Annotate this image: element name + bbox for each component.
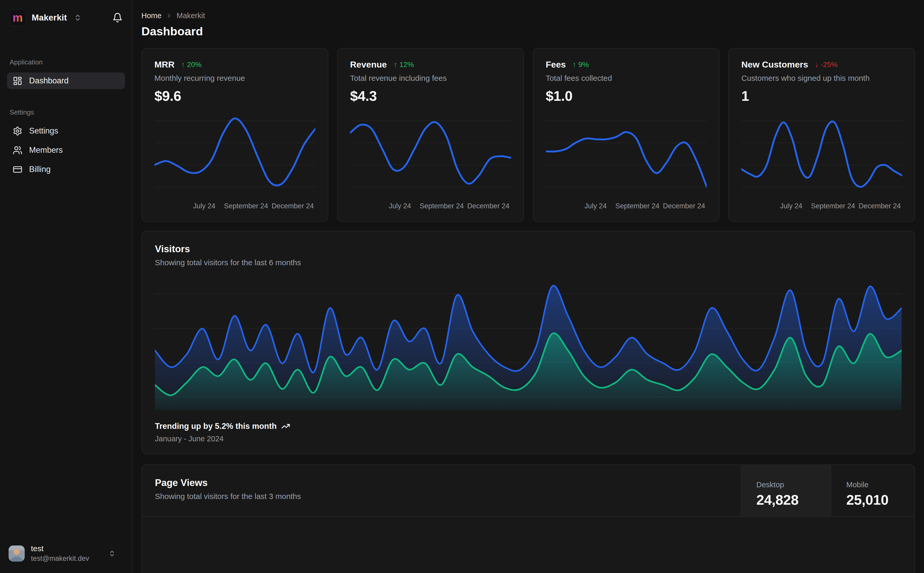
- visitors-area-chart: [155, 278, 902, 410]
- axis-label: September 24: [420, 202, 464, 210]
- stat-card-new-customers: New Customers ↓ -25% Customers who signe…: [728, 48, 915, 222]
- visitors-subtitle: Showing total visitors for the last 6 mo…: [155, 258, 902, 267]
- page-views-title: Page Views: [155, 478, 728, 488]
- arrow-up-icon: ↑: [181, 61, 185, 69]
- sidebar: m Makerkit Application Dashboard Setting…: [0, 0, 133, 573]
- sidebar-item-settings[interactable]: Settings: [7, 123, 125, 139]
- logo-letter: m: [13, 12, 23, 23]
- stat-description: Monthly recurring revenue: [154, 74, 315, 83]
- user-name: test: [31, 544, 89, 553]
- axis-label: December 24: [858, 202, 900, 210]
- sidebar-item-dashboard[interactable]: Dashboard: [7, 72, 125, 89]
- stat-description: Total revenue including fees: [350, 74, 511, 83]
- x-axis: July 24 September 24 December 24: [350, 199, 511, 213]
- fees-sparkline-chart: [546, 111, 707, 195]
- x-axis: July 24 September 24 December 24: [741, 199, 902, 213]
- stat-change-value: 12%: [399, 61, 414, 69]
- mobile-value: 25,010: [846, 492, 915, 508]
- axis-label: September 24: [811, 202, 855, 210]
- toggle-mobile[interactable]: Mobile 25,010: [831, 465, 915, 517]
- stat-value: 1: [741, 88, 902, 104]
- app-window: m Makerkit Application Dashboard Setting…: [0, 0, 924, 573]
- sidebar-item-billing[interactable]: Billing: [7, 161, 125, 178]
- bell-icon: [112, 13, 123, 23]
- toggle-desktop[interactable]: Desktop 24,828: [741, 465, 831, 517]
- credit-card-icon: [13, 165, 22, 174]
- sidebar-item-label: Dashboard: [29, 76, 69, 85]
- stat-description: Total fees collected: [546, 74, 707, 83]
- user-menu[interactable]: test test@makerkit.dev: [7, 542, 125, 565]
- axis-label: September 24: [615, 202, 659, 210]
- stat-cards-row: MRR ↑ 20% Monthly recurring revenue $9.6…: [141, 48, 915, 222]
- desktop-value: 24,828: [756, 492, 831, 508]
- page-views-subtitle: Showing total visitors for the last 3 mo…: [155, 492, 728, 501]
- mobile-label: Mobile: [846, 481, 915, 489]
- user-email: test@makerkit.dev: [31, 554, 89, 563]
- stat-title: New Customers: [741, 59, 808, 70]
- trending-text: Trending up by 5.2% this month: [155, 421, 276, 431]
- page-title: Dashboard: [141, 25, 915, 38]
- mrr-sparkline-chart: [154, 111, 315, 195]
- breadcrumb: Home Makerkit: [141, 11, 915, 20]
- stat-description: Customers who signed up this month: [741, 74, 902, 83]
- stat-change-badge: ↑ 12%: [394, 61, 414, 69]
- brand-name: Makerkit: [32, 13, 67, 23]
- axis-label: July 24: [585, 202, 607, 210]
- arrow-down-icon: ↓: [815, 61, 819, 69]
- visitors-card: Visitors Showing total visitors for the …: [141, 231, 915, 454]
- trending-up-icon: [281, 422, 290, 431]
- stat-title: MRR: [154, 59, 174, 70]
- x-axis: July 24 September 24 December 24: [154, 199, 315, 213]
- breadcrumb-home-link[interactable]: Home: [141, 11, 162, 20]
- chevrons-up-down-icon: [74, 14, 82, 22]
- page-views-header: Page Views Showing total visitors for th…: [142, 465, 915, 517]
- stat-value: $1.0: [546, 88, 707, 104]
- arrow-up-icon: ↑: [573, 61, 576, 69]
- stat-change-badge: ↑ 20%: [181, 61, 201, 69]
- sidebar-item-label: Members: [29, 146, 63, 155]
- revenue-sparkline-chart: [350, 111, 511, 195]
- axis-label: December 24: [663, 202, 705, 210]
- stat-change-value: 20%: [187, 61, 201, 69]
- axis-label: July 24: [780, 202, 802, 210]
- sidebar-spacer: [7, 180, 125, 542]
- axis-label: July 24: [193, 202, 215, 210]
- workspace-selector[interactable]: m Makerkit: [7, 8, 125, 28]
- sidebar-item-label: Settings: [29, 126, 58, 136]
- axis-label: July 24: [389, 202, 411, 210]
- stat-change-badge: ↑ 9%: [573, 61, 589, 69]
- stat-change-badge: ↓ -25%: [815, 61, 838, 69]
- stat-value: $9.6: [154, 88, 315, 104]
- stat-change-value: -25%: [820, 61, 838, 69]
- device-toggle: Desktop 24,828 Mobile 25,010: [741, 465, 915, 517]
- chevrons-up-down-icon: [108, 550, 116, 557]
- avatar: [9, 545, 25, 562]
- arrow-up-icon: ↑: [394, 61, 397, 69]
- gear-icon: [13, 126, 22, 136]
- axis-label: September 24: [224, 202, 268, 210]
- makerkit-logo: m: [9, 9, 26, 26]
- stat-card-revenue: Revenue ↑ 12% Total revenue including fe…: [337, 48, 524, 222]
- sidebar-item-label: Billing: [29, 165, 51, 174]
- stat-card-fees: Fees ↑ 9% Total fees collected $1.0 July…: [533, 48, 720, 222]
- stat-change-value: 9%: [578, 61, 589, 69]
- new-customers-sparkline-chart: [741, 111, 902, 195]
- sidebar-item-members[interactable]: Members: [7, 142, 125, 158]
- x-axis: July 24 September 24 December 24: [546, 199, 707, 213]
- main-content: Home Makerkit Dashboard MRR ↑ 20% Monthl…: [133, 0, 924, 573]
- notifications-button[interactable]: [112, 13, 123, 23]
- date-range: January - June 2024: [155, 435, 902, 443]
- stat-title: Revenue: [350, 59, 387, 70]
- nav-section-label-application: Application: [9, 58, 122, 66]
- axis-label: December 24: [271, 202, 314, 210]
- nav-section-label-settings: Settings: [9, 108, 122, 116]
- axis-label: December 24: [467, 202, 510, 210]
- stat-value: $4.3: [350, 88, 511, 104]
- stat-title: Fees: [546, 59, 566, 70]
- visitors-title: Visitors: [155, 244, 902, 255]
- dashboard-icon: [13, 76, 22, 86]
- chevron-right-icon: [166, 13, 172, 19]
- user-texts: test test@makerkit.dev: [31, 544, 89, 563]
- breadcrumb-current: Makerkit: [176, 11, 205, 20]
- page-views-card: Page Views Showing total visitors for th…: [141, 465, 915, 573]
